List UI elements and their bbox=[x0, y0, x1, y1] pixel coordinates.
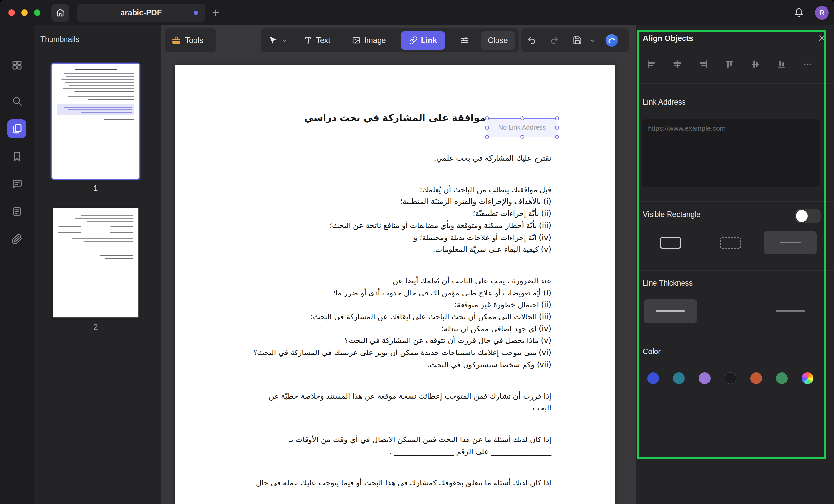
select-tool-button[interactable] bbox=[267, 35, 279, 46]
doc-line: (iii) بأيّة أخطار ممكنة ومتوقعة وبأي مضا… bbox=[239, 220, 551, 232]
rectangle-style-solid-button[interactable] bbox=[644, 231, 697, 255]
link-annotation[interactable]: No Link Address bbox=[487, 118, 557, 137]
doc-line: قبل موافقتك يتطلب من الباحث أن يُعلمك: bbox=[239, 184, 551, 196]
save-icon bbox=[573, 36, 582, 45]
align-center-vertical-button[interactable] bbox=[750, 59, 761, 70]
tools-label: Tools bbox=[185, 36, 203, 45]
resize-handle-nw[interactable] bbox=[485, 116, 489, 120]
minimize-window-button[interactable] bbox=[21, 9, 28, 16]
home-button[interactable] bbox=[51, 4, 69, 22]
save-button[interactable] bbox=[572, 35, 583, 46]
color-swatches-row bbox=[647, 372, 813, 384]
align-top-button[interactable] bbox=[724, 59, 735, 70]
sidebar-item-grid[interactable] bbox=[10, 59, 23, 72]
notifications-button[interactable] bbox=[794, 8, 804, 18]
resize-handle-s[interactable] bbox=[520, 135, 524, 139]
thick-line-icon bbox=[776, 310, 805, 312]
align-left-button[interactable] bbox=[646, 59, 657, 70]
avatar[interactable]: R bbox=[815, 6, 829, 20]
ai-logo-icon bbox=[605, 33, 619, 48]
rectangle-style-underline-button[interactable] bbox=[764, 231, 817, 255]
main-area: Tools Text bbox=[161, 25, 636, 504]
color-swatch-green[interactable] bbox=[776, 372, 788, 384]
document-tab[interactable]: arabic-PDF bbox=[77, 4, 205, 22]
line-thickness-thin-button[interactable] bbox=[704, 300, 757, 323]
unsaved-changes-dot bbox=[194, 11, 198, 15]
align-right-button[interactable] bbox=[698, 59, 709, 70]
align-bottom-button[interactable] bbox=[776, 59, 787, 70]
resize-handle-n[interactable] bbox=[520, 116, 524, 120]
doc-paragraph: عند الضرورة ، يجب على الباحث أن يُعلمك أ… bbox=[239, 275, 551, 371]
line-thickness-label: Line Thickness bbox=[643, 279, 693, 288]
page-thumbnail-2[interactable] bbox=[53, 207, 139, 317]
undo-icon bbox=[527, 36, 536, 45]
image-icon bbox=[352, 36, 361, 45]
doc-paragraph: إذا قررت أن تشارك فمن المتوجب إعطائك نسخ… bbox=[239, 390, 551, 414]
zoom-window-button[interactable] bbox=[34, 9, 40, 16]
sidebar-item-search[interactable] bbox=[10, 94, 23, 108]
panel-close-button[interactable] bbox=[818, 34, 826, 42]
redo-icon bbox=[550, 36, 559, 45]
doc-line: نقترح عليك المشاركة في بحث علمي. bbox=[239, 152, 551, 164]
search-icon bbox=[12, 95, 22, 107]
rectangle-style-dashed-button[interactable] bbox=[704, 231, 757, 255]
sidebar-item-attachments[interactable] bbox=[10, 233, 23, 246]
select-tool-dropdown[interactable] bbox=[281, 37, 288, 44]
color-swatch-teal[interactable] bbox=[673, 372, 685, 384]
properties-button[interactable] bbox=[459, 35, 470, 46]
grid-icon bbox=[12, 60, 22, 71]
doc-paragraph: نقترح عليك المشاركة في بحث علمي. bbox=[239, 152, 551, 164]
document-lines-icon bbox=[12, 206, 22, 217]
resize-handle-sw[interactable] bbox=[485, 135, 489, 139]
line-thickness-row bbox=[644, 300, 817, 323]
color-swatch-black[interactable] bbox=[725, 372, 736, 384]
visible-rectangle-toggle[interactable] bbox=[795, 209, 821, 223]
undo-button[interactable] bbox=[526, 35, 537, 46]
image-label: Image bbox=[364, 36, 386, 45]
ellipsis-icon bbox=[803, 59, 812, 69]
more-align-options-button[interactable] bbox=[802, 59, 813, 70]
pdf-page[interactable]: موافقة على المشاركة في بحث دراسي نقترح ع… bbox=[175, 65, 615, 504]
resize-handle-ne[interactable] bbox=[555, 116, 559, 120]
image-tool-button[interactable]: Image bbox=[352, 28, 386, 52]
align-center-horizontal-button[interactable] bbox=[672, 59, 683, 70]
tools-button[interactable]: Tools bbox=[165, 28, 216, 52]
redo-button[interactable] bbox=[549, 35, 560, 46]
close-icon bbox=[818, 34, 826, 42]
close-edit-button[interactable]: Close bbox=[481, 31, 515, 49]
new-tab-button[interactable] bbox=[211, 8, 220, 17]
resize-handle-se[interactable] bbox=[555, 135, 559, 139]
sidebar-item-annotations[interactable] bbox=[10, 205, 23, 218]
link-label: Link bbox=[421, 36, 437, 45]
dashed-rect-icon bbox=[720, 237, 741, 248]
doc-paragraph: إذا كان لديك أسئلة ما تتعلق بحقوقك كمشار… bbox=[239, 477, 551, 489]
link-tool-button[interactable]: Link bbox=[401, 31, 445, 49]
doc-line: (iv) أيّة إجراءات أو علاجات بديلة ومحتمل… bbox=[239, 232, 551, 244]
doc-line: البحث. bbox=[239, 402, 551, 414]
page-thumbnail-1[interactable] bbox=[51, 63, 140, 179]
color-swatch-custom-picker[interactable] bbox=[802, 372, 813, 384]
line-thickness-medium-button[interactable] bbox=[644, 300, 697, 323]
link-address-input[interactable] bbox=[642, 119, 820, 187]
color-swatch-blue[interactable] bbox=[647, 372, 659, 384]
chevron-down-icon bbox=[589, 38, 596, 44]
ai-assistant-button[interactable] bbox=[605, 33, 619, 48]
resize-handle-e[interactable] bbox=[555, 126, 559, 130]
resize-handle-w[interactable] bbox=[485, 126, 489, 130]
thumb-highlighted-block bbox=[57, 104, 134, 115]
sidebar-item-bookmarks[interactable] bbox=[10, 150, 23, 163]
text-tool-button[interactable]: Text bbox=[304, 28, 330, 52]
sidebar-item-comments[interactable] bbox=[10, 178, 23, 191]
color-swatch-orange[interactable] bbox=[750, 372, 762, 384]
line-thickness-thick-button[interactable] bbox=[764, 300, 817, 323]
align-buttons-row bbox=[646, 59, 813, 70]
save-dropdown[interactable] bbox=[589, 37, 596, 44]
doc-line: ________________ على الرقم _____________… bbox=[239, 446, 551, 458]
color-swatch-purple[interactable] bbox=[699, 372, 710, 384]
history-toolbar bbox=[521, 28, 629, 52]
color-label: Color bbox=[643, 347, 661, 356]
close-window-button[interactable] bbox=[8, 9, 15, 16]
sidebar-item-thumbnails[interactable] bbox=[7, 119, 26, 138]
paperclip-icon bbox=[12, 234, 22, 245]
titlebar: arabic-PDF R bbox=[0, 0, 834, 26]
